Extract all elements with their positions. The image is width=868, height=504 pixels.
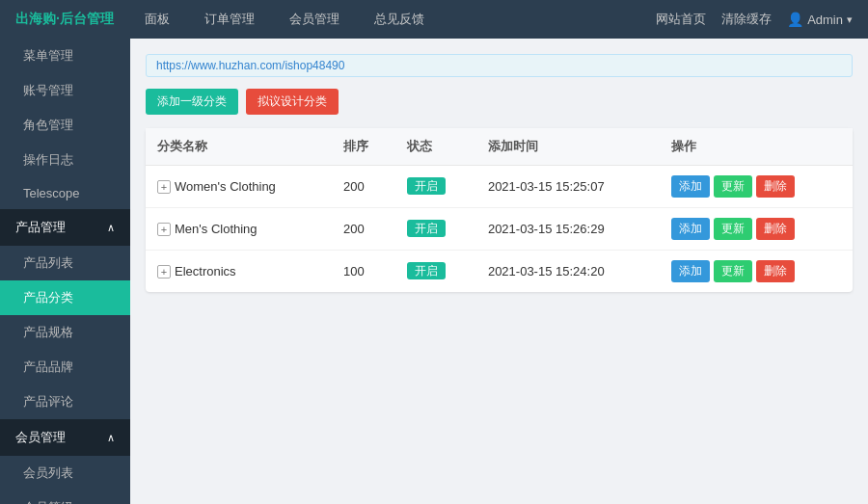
plus-icon-1[interactable]: + (157, 223, 171, 236)
action-buttons-2: 添加 更新 删除 (671, 260, 841, 282)
sidebar-item-member-list[interactable]: 会员列表 (0, 456, 130, 491)
nav-link-orders[interactable]: 订单管理 (197, 7, 262, 32)
sidebar-item-oplog[interactable]: 操作日志 (0, 143, 130, 177)
sidebar-item-product-spec[interactable]: 产品规格 (0, 315, 130, 350)
col-sort: 排序 (332, 128, 395, 166)
cell-status-1: 开启 (395, 208, 476, 251)
chevron-up-icon-2: ∧ (107, 432, 115, 444)
sidebar: 菜单管理 账号管理 角色管理 操作日志 Telescope 产品管理 ∧ 产品列… (0, 39, 130, 504)
sidebar-group-members[interactable]: 会员管理 ∧ (0, 419, 130, 456)
plus-icon-2[interactable]: + (157, 265, 171, 279)
clear-cache-btn[interactable]: 清除缓存 (721, 11, 772, 28)
col-actions: 操作 (660, 128, 853, 166)
cell-time-2: 2021-03-15 15:24:20 (476, 251, 660, 293)
status-badge-1: 开启 (407, 220, 446, 237)
update-button-0[interactable]: 更新 (714, 175, 752, 198)
nav-links: 面板 订单管理 会员管理 总见反馈 (137, 7, 633, 32)
sidebar-item-menu[interactable]: 菜单管理 (0, 39, 130, 73)
admin-dropdown[interactable]: 👤 Admin ▾ (787, 12, 853, 27)
table-row: + Electronics 100 开启 2021-03-15 15:24:20… (146, 251, 853, 293)
cell-name-2: + Electronics (146, 251, 332, 293)
admin-label: Admin (807, 13, 843, 27)
cell-sort-0: 200 (332, 166, 395, 208)
row-expand-2: + Electronics (157, 264, 236, 279)
toolbar: 添加一级分类 拟议设计分类 (146, 89, 853, 115)
sidebar-item-roles[interactable]: 角色管理 (0, 108, 130, 143)
row-expand-1: + Men's Clothing (157, 222, 258, 236)
sidebar-item-product-category[interactable]: 产品分类 (0, 280, 130, 315)
sidebar-item-product-brand[interactable]: 产品品牌 (0, 350, 130, 385)
main-layout: 菜单管理 账号管理 角色管理 操作日志 Telescope 产品管理 ∧ 产品列… (0, 39, 868, 504)
chevron-up-icon: ∧ (107, 222, 115, 234)
category-table: 分类名称 排序 状态 添加时间 操作 + Women's Clothing (146, 128, 853, 292)
sidebar-item-account[interactable]: 账号管理 (0, 73, 130, 108)
cell-time-0: 2021-03-15 15:25:07 (476, 166, 660, 208)
url-bar: https://www.huzhan.com/ishop48490 (146, 54, 853, 77)
col-name: 分类名称 (146, 128, 332, 166)
delete-button-2[interactable]: 删除 (756, 260, 795, 282)
nav-right: 网站首页 清除缓存 👤 Admin ▾ (656, 11, 853, 28)
design-category-button[interactable]: 拟议设计分类 (246, 89, 339, 115)
cell-actions-0: 添加 更新 删除 (660, 166, 853, 208)
action-buttons-1: 添加 更新 删除 (671, 218, 841, 240)
col-time: 添加时间 (476, 128, 660, 166)
table-header-row: 分类名称 排序 状态 添加时间 操作 (146, 128, 853, 166)
sidebar-item-member-level[interactable]: 会员等级 (0, 491, 130, 504)
sidebar-item-product-review[interactable]: 产品评论 (0, 385, 130, 419)
delete-button-0[interactable]: 删除 (756, 175, 795, 198)
sidebar-group-products[interactable]: 产品管理 ∧ (0, 209, 130, 246)
row-expand-0: + Women's Clothing (157, 179, 276, 194)
brand-logo: 出海购·后台管理 (15, 11, 114, 28)
delete-button-1[interactable]: 删除 (756, 218, 795, 240)
table-row: + Men's Clothing 200 开启 2021-03-15 15:26… (146, 208, 853, 251)
cell-time-1: 2021-03-15 15:26:29 (476, 208, 660, 251)
status-badge-2: 开启 (407, 262, 446, 279)
cell-status-0: 开启 (395, 166, 476, 208)
action-buttons-0: 添加 更新 删除 (671, 175, 841, 198)
cell-actions-1: 添加 更新 删除 (660, 208, 853, 251)
add-sub-button-2[interactable]: 添加 (671, 260, 710, 282)
cell-actions-2: 添加 更新 删除 (660, 251, 853, 293)
update-button-1[interactable]: 更新 (714, 218, 752, 240)
add-sub-button-0[interactable]: 添加 (671, 175, 710, 198)
top-navbar: 出海购·后台管理 面板 订单管理 会员管理 总见反馈 网站首页 清除缓存 👤 A… (0, 0, 868, 39)
plus-icon-0[interactable]: + (157, 180, 171, 194)
add-category-button[interactable]: 添加一级分类 (146, 89, 238, 115)
cell-name-1: + Men's Clothing (146, 208, 332, 251)
cell-name-0: + Women's Clothing (146, 166, 332, 208)
main-content: https://www.huzhan.com/ishop48490 添加一级分类… (130, 39, 868, 504)
cell-status-2: 开启 (395, 251, 476, 293)
add-sub-button-1[interactable]: 添加 (671, 218, 710, 240)
cell-sort-2: 100 (332, 251, 395, 293)
nav-link-members[interactable]: 会员管理 (282, 7, 347, 32)
admin-icon: 👤 (787, 12, 803, 27)
nav-link-feedback[interactable]: 总见反馈 (366, 7, 432, 32)
status-badge-0: 开启 (407, 177, 446, 195)
sidebar-item-telescope[interactable]: Telescope (0, 177, 130, 209)
chevron-down-icon: ▾ (847, 13, 853, 26)
sidebar-item-product-list[interactable]: 产品列表 (0, 246, 130, 280)
table-row: + Women's Clothing 200 开启 2021-03-15 15:… (146, 166, 853, 208)
cell-sort-1: 200 (332, 208, 395, 251)
site-home-btn[interactable]: 网站首页 (656, 11, 706, 28)
nav-link-dashboard[interactable]: 面板 (137, 7, 177, 32)
col-status: 状态 (395, 128, 476, 166)
update-button-2[interactable]: 更新 (714, 260, 752, 282)
